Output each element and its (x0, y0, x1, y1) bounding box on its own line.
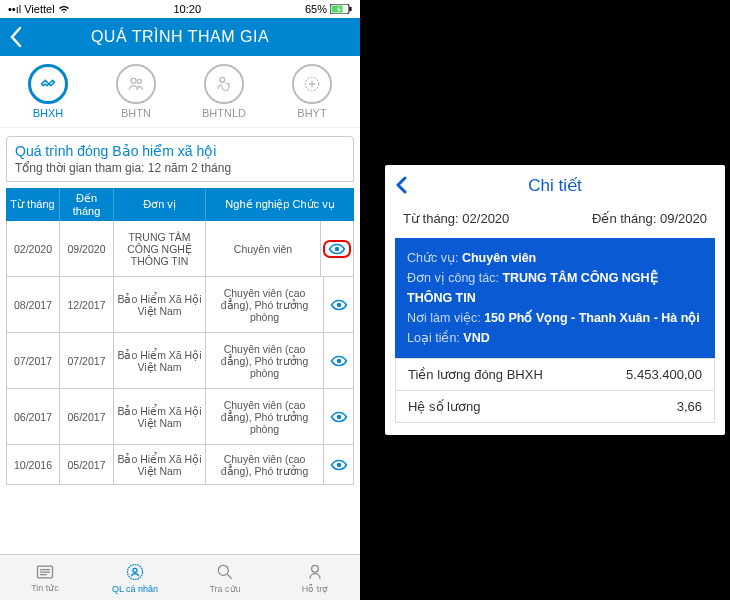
detail-row: Tiền lương đóng BHXH 5.453.400,00 (396, 358, 714, 390)
svg-point-16 (312, 565, 319, 572)
table-row: 10/2016 05/2017 Bảo Hiểm Xã Hội Việt Nam… (6, 445, 354, 485)
table-row: 06/2017 06/2017 Bảo Hiểm Xã Hội Việt Nam… (6, 389, 354, 445)
summary-title: Quá trình đóng Bảo hiểm xã hội (15, 143, 345, 159)
wifi-icon (58, 4, 70, 14)
svg-point-4 (137, 79, 141, 83)
btab-lookup[interactable]: Tra cứu (180, 555, 270, 600)
summary-subtitle: Tổng thời gian tham gia: 12 năm 2 tháng (15, 161, 345, 175)
tab-label: BHTNLD (180, 107, 268, 119)
svg-point-10 (336, 414, 341, 419)
news-icon (35, 563, 55, 581)
table-row: 02/2020 09/2020 TRUNG TÂM CÔNG NGHỆ THÔN… (6, 221, 354, 277)
tab-bhtnld[interactable]: BHTNLD (180, 64, 268, 119)
battery-text: 65% (305, 3, 327, 15)
view-detail-button[interactable] (330, 459, 348, 471)
table-body: 02/2020 09/2020 TRUNG TÂM CÔNG NGHỆ THÔN… (6, 221, 354, 485)
detail-card: Chi tiết Từ tháng: 02/2020 Đến tháng: 09… (385, 165, 725, 435)
tab-bhxh[interactable]: BHXH (4, 64, 92, 119)
tab-label: BHYT (268, 107, 356, 119)
view-detail-button[interactable] (323, 240, 351, 258)
battery-icon (330, 4, 352, 14)
svg-point-5 (220, 77, 225, 82)
bottom-nav: Tin tức QL cá nhân Tra cứu Hỗ trợ (0, 554, 360, 600)
table-header: Từ tháng Đến tháng Đơn vị Nghề nghiệp Ch… (6, 188, 354, 221)
tab-label: BHXH (4, 107, 92, 119)
tab-bhtn[interactable]: BHTN (92, 64, 180, 119)
tab-label: BHTN (92, 107, 180, 119)
th-to: Đến tháng (60, 188, 114, 221)
back-button[interactable] (395, 176, 407, 194)
nav-bar: QUÁ TRÌNH THAM GIA (0, 18, 360, 56)
plus-circle-icon (302, 74, 322, 94)
btab-news[interactable]: Tin tức (0, 555, 90, 600)
support-icon (305, 562, 325, 582)
right-screen: Chi tiết Từ tháng: 02/2020 Đến tháng: 09… (380, 0, 730, 600)
search-icon (215, 562, 235, 582)
signal-icon: ••ıl (8, 3, 21, 15)
table-row: 08/2017 12/2017 Bảo Hiểm Xã Hội Việt Nam… (6, 277, 354, 333)
svg-rect-1 (349, 7, 351, 11)
left-screen: ••ıl Viettel 10:20 65% QUÁ TRÌNH THAM GI… (0, 0, 360, 600)
svg-point-9 (336, 358, 341, 363)
clock-text: 10:20 (174, 3, 202, 15)
page-title: QUÁ TRÌNH THAM GIA (91, 28, 269, 46)
svg-point-3 (131, 78, 136, 83)
detail-value-rows: Tiền lương đóng BHXH 5.453.400,00 Hệ số … (395, 358, 715, 423)
th-from: Từ tháng (6, 188, 60, 221)
detail-row: Hệ số lương 3,66 (396, 390, 714, 422)
detail-dates: Từ tháng: 02/2020 Đến tháng: 09/2020 (385, 205, 725, 238)
view-detail-button[interactable] (330, 411, 348, 423)
detail-title: Chi tiết (528, 175, 581, 196)
svg-point-8 (336, 302, 341, 307)
status-bar: ••ıl Viettel 10:20 65% (0, 0, 360, 18)
th-unit: Đơn vị (114, 188, 206, 221)
svg-point-11 (336, 462, 341, 467)
back-button[interactable] (8, 26, 24, 48)
detail-header: Chi tiết (385, 165, 725, 205)
svg-point-7 (335, 246, 340, 251)
btab-personal[interactable]: QL cá nhân (90, 555, 180, 600)
view-detail-button[interactable] (330, 299, 348, 311)
divider (360, 0, 380, 600)
people-icon (126, 74, 146, 94)
table-row: 07/2017 07/2017 Bảo Hiểm Xã Hội Việt Nam… (6, 333, 354, 389)
btab-support[interactable]: Hỗ trợ (270, 555, 360, 600)
svg-point-15 (218, 565, 228, 575)
summary-box: Quá trình đóng Bảo hiểm xã hội Tổng thời… (6, 136, 354, 182)
th-job: Nghề nghiệp Chức vụ (206, 188, 354, 221)
handshake-icon (37, 73, 59, 95)
tab-bhyt[interactable]: BHYT (268, 64, 356, 119)
view-detail-button[interactable] (330, 355, 348, 367)
detail-info-box: Chức vụ: Chuyên viên Đơn vị công tác: TR… (395, 238, 715, 358)
shield-person-icon (214, 74, 234, 94)
gear-person-icon (125, 562, 145, 582)
svg-point-14 (133, 568, 137, 572)
carrier-text: Viettel (24, 3, 54, 15)
tab-row: BHXH BHTN BHTNLD BHYT (0, 56, 360, 128)
